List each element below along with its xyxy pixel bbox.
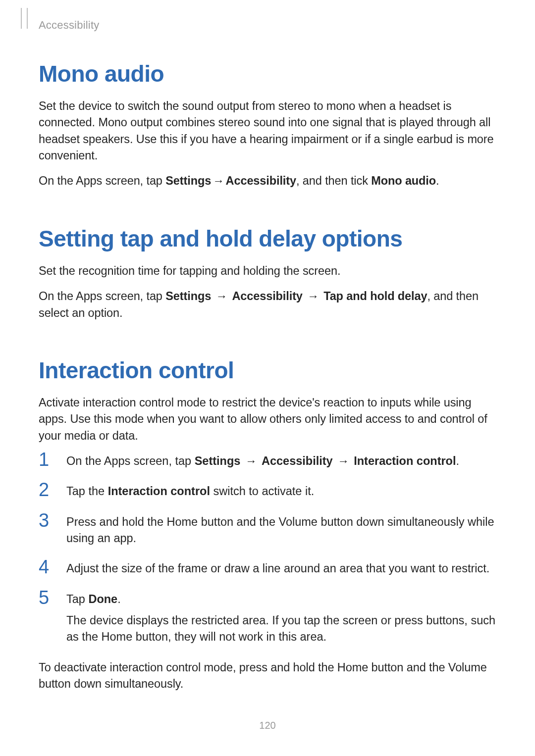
arrow-icon: → [307, 288, 319, 304]
bold-text: Interaction control [354, 454, 456, 467]
bold-text: Accessibility [262, 454, 333, 467]
step-item: On the Apps screen, tap Settings → Acces… [39, 453, 496, 469]
step-item: Tap Done. The device displays the restri… [39, 591, 496, 646]
text: , and then tick [296, 174, 371, 187]
text: Tap the [66, 485, 108, 498]
heading-tap-hold-delay: Setting tap and hold delay options [39, 225, 496, 252]
step-text: On the Apps screen, tap Settings → Acces… [66, 453, 496, 469]
bold-text: Settings [165, 290, 211, 302]
text: On the Apps screen, tap [66, 454, 195, 467]
paragraph: Activate interaction control mode to res… [39, 395, 496, 444]
breadcrumb: Accessibility [39, 19, 496, 32]
heading-mono-audio: Mono audio [39, 60, 496, 87]
text: . [456, 454, 460, 467]
text: . [436, 174, 439, 187]
paragraph: On the Apps screen, tap Settings → Acces… [39, 288, 496, 321]
step-text: Adjust the size of the frame or draw a l… [66, 560, 496, 577]
heading-interaction-control: Interaction control [39, 357, 496, 384]
arrow-icon: → [337, 453, 349, 469]
text: On the Apps screen, tap [39, 290, 165, 302]
bold-text: Settings [165, 174, 211, 187]
text: . [117, 593, 121, 605]
step-text: Tap Done. [66, 591, 496, 607]
step-text: Tap the Interaction control switch to ac… [66, 483, 496, 500]
text: Tap [66, 593, 88, 605]
page-number: 120 [0, 720, 535, 731]
paragraph: To deactivate interaction control mode, … [39, 659, 496, 693]
paragraph: On the Apps screen, tap Settings→Accessi… [39, 173, 496, 189]
step-item: Adjust the size of the frame or draw a l… [39, 560, 496, 577]
arrow-icon: → [216, 288, 227, 304]
step-text: The device displays the restricted area.… [66, 612, 496, 646]
bold-text: Done [88, 593, 117, 605]
numbered-steps: On the Apps screen, tap Settings → Acces… [39, 453, 496, 646]
bold-text: Mono audio [371, 174, 436, 187]
arrow-icon: → [245, 453, 257, 469]
document-page: Accessibility Mono audio Set the device … [0, 0, 535, 756]
step-text: Press and hold the Home button and the V… [66, 514, 496, 547]
bold-text: Settings [195, 454, 241, 467]
step-item: Tap the Interaction control switch to ac… [39, 483, 496, 500]
bold-text: Accessibility [232, 290, 302, 302]
text: switch to activate it. [210, 485, 314, 498]
paragraph: Set the recognition time for tapping and… [39, 263, 496, 279]
paragraph: Set the device to switch the sound outpu… [39, 98, 496, 164]
arrow-icon: → [213, 173, 224, 189]
step-item: Press and hold the Home button and the V… [39, 514, 496, 547]
bold-text: Tap and hold delay [323, 290, 427, 302]
bold-text: Interaction control [108, 485, 210, 498]
bold-text: Accessibility [226, 174, 296, 187]
text: On the Apps screen, tap [39, 174, 165, 187]
page-tab-mark [21, 8, 28, 29]
